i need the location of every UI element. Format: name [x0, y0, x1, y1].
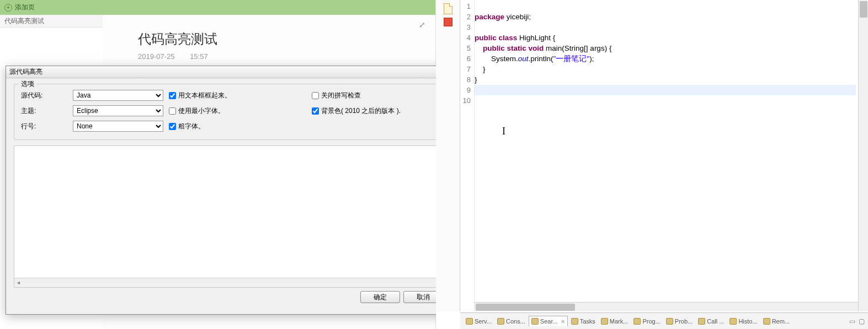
dialog-body: 选项 源代码: Java 用文本框框起来。 关闭拼写检查 主题: Eclipse… — [6, 78, 461, 309]
doc-icon[interactable] — [444, 3, 452, 14]
chk-textbox[interactable]: 用文本框框起来。 — [169, 91, 310, 100]
tab-tools[interactable]: ▭▢ — [849, 317, 865, 325]
eclipse-editor: 12345678910 package yicebiji; public cla… — [436, 0, 868, 329]
note-date: 2019-07-25 — [138, 52, 175, 61]
dialog-title: 源代码高亮 — [9, 67, 42, 77]
tab-servers[interactable]: Serv... — [464, 316, 494, 326]
add-page-label: 添加页 — [15, 3, 35, 12]
code-area[interactable]: package yicebiji; public class HighLight… — [475, 1, 856, 106]
scroll-left-icon[interactable]: ◄ — [16, 280, 21, 285]
tasks-icon — [571, 318, 578, 325]
label-source: 源代码: — [21, 91, 71, 100]
tab-markers[interactable]: Mark... — [599, 316, 631, 326]
maximize-icon[interactable]: ▢ — [859, 317, 865, 325]
marker-column — [436, 0, 460, 311]
add-page-button[interactable]: + 添加页 — [0, 0, 435, 15]
plus-icon: + — [4, 4, 12, 12]
preview-box[interactable]: ◄ ► — [14, 145, 451, 288]
note-meta: 2019-07-25 15:57 — [138, 52, 435, 61]
servers-icon — [466, 318, 473, 325]
progress-icon — [633, 318, 641, 325]
theme-select[interactable]: Eclipse — [73, 105, 163, 116]
ok-button[interactable]: 确定 — [360, 291, 400, 303]
options-group: 选项 源代码: Java 用文本框框起来。 关闭拼写检查 主题: Eclipse… — [14, 84, 453, 140]
chk-bold[interactable]: 粗字体。 — [169, 122, 310, 131]
preview-hscroll[interactable]: ◄ ► — [14, 278, 451, 287]
tab-progress[interactable]: Prog... — [631, 316, 662, 326]
chk-bg[interactable]: 背景色( 2010 之后的版本 ). — [312, 106, 455, 116]
call-icon — [698, 318, 705, 325]
note-time: 15:57 — [190, 52, 208, 61]
stop-icon[interactable] — [444, 18, 452, 26]
highlight-dialog: 源代码高亮 × 选项 源代码: Java 用文本框框起来。 关闭拼写检查 主题:… — [6, 66, 461, 315]
bottom-tabs: Serv... Cons... Sear...✕ Tasks Mark... P… — [460, 312, 868, 329]
chk-spell[interactable]: 关闭拼写检查 — [312, 91, 455, 100]
tab-problems[interactable]: Prob... — [664, 316, 695, 326]
editor-hscroll[interactable] — [475, 302, 858, 311]
minimize-icon[interactable]: ▭ — [849, 317, 855, 325]
problems-icon — [666, 318, 673, 325]
console-icon — [497, 318, 504, 325]
tab-tasks[interactable]: Tasks — [569, 316, 598, 326]
history-icon — [729, 318, 737, 325]
remote-icon — [763, 318, 770, 325]
note-title: 代码高亮测试 — [138, 30, 435, 48]
line-gutter: 12345678910 — [460, 0, 475, 311]
tab-history[interactable]: Histo... — [727, 316, 759, 326]
search-icon — [531, 318, 539, 325]
label-line: 行号: — [21, 122, 71, 131]
source-select[interactable]: Java — [73, 90, 163, 101]
line-select[interactable]: None — [73, 121, 163, 132]
markers-icon — [601, 318, 608, 325]
editor-vscroll[interactable] — [858, 0, 868, 311]
chk-minfont[interactable]: 使用最小字体。 — [169, 106, 310, 116]
tab-console[interactable]: Cons... — [495, 316, 528, 326]
dialog-titlebar[interactable]: 源代码高亮 × — [6, 66, 461, 78]
expand-icon[interactable]: ⤢ — [419, 20, 427, 28]
tab-remote[interactable]: Rem... — [761, 316, 792, 326]
label-theme: 主题: — [21, 106, 71, 116]
tab-search[interactable]: Sear...✕ — [529, 316, 568, 326]
group-label: 选项 — [19, 79, 36, 89]
tab-call[interactable]: Call ... — [696, 316, 726, 326]
close-icon[interactable]: ✕ — [561, 319, 565, 325]
